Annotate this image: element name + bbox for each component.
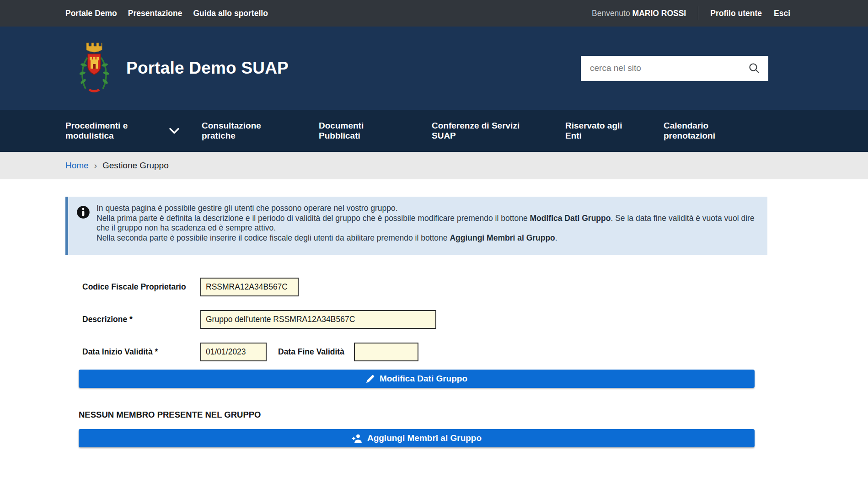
topbar-link-guida-sportello[interactable]: Guida allo sportello bbox=[193, 9, 268, 18]
welcome-prefix: Benvenuto bbox=[592, 9, 630, 18]
top-utility-bar: Portale Demo Presentazione Guida allo sp… bbox=[0, 0, 868, 27]
nav-item-label: Documenti Pubblicati bbox=[319, 121, 371, 141]
person-plus-icon bbox=[352, 434, 362, 443]
add-members-button-mention: Aggiungi Membri al Gruppo bbox=[450, 233, 555, 242]
page-content: In questa pagina è possibile gestire gli… bbox=[65, 179, 767, 447]
username: MARIO ROSSI bbox=[632, 9, 686, 18]
coat-of-arms-icon bbox=[80, 41, 109, 95]
utility-nav: Portale Demo Presentazione Guida allo sp… bbox=[65, 9, 268, 18]
main-navigation: Procedimenti e modulistica Consultazione… bbox=[0, 110, 868, 152]
chevron-down-icon bbox=[169, 128, 180, 134]
search-icon bbox=[748, 62, 760, 74]
welcome-text: Benvenuto MARIO ROSSI bbox=[592, 9, 686, 18]
group-data-form: Codice Fiscale Proprietario Descrizione … bbox=[65, 278, 767, 388]
info-line-1: In questa pagina è possibile gestire gli… bbox=[96, 204, 756, 214]
modify-button-mention: Modifica Dati Gruppo bbox=[530, 214, 611, 223]
nav-item-calendario-prenotazioni[interactable]: Calendario prenotazioni bbox=[664, 121, 755, 141]
nav-item-consultazione-pratiche[interactable]: Consultazione pratiche bbox=[202, 121, 319, 141]
profile-link[interactable]: Profilo utente bbox=[710, 9, 762, 18]
logout-link[interactable]: Esci bbox=[774, 9, 790, 18]
topbar-link-portale-demo[interactable]: Portale Demo bbox=[65, 9, 117, 18]
nav-item-label: Calendario prenotazioni bbox=[664, 121, 725, 141]
info-text: In questa pagina è possibile gestire gli… bbox=[96, 204, 756, 243]
site-header: Portale Demo SUAP bbox=[0, 27, 868, 110]
description-row: Descrizione * bbox=[82, 310, 767, 329]
nav-item-label: Riservato agli Enti bbox=[565, 121, 632, 141]
site-search bbox=[581, 56, 768, 81]
info-line-3: Nella seconda parte è possibile inserire… bbox=[96, 233, 756, 243]
topbar-divider bbox=[698, 6, 698, 20]
info-callout: In questa pagina è possibile gestire gli… bbox=[65, 197, 767, 255]
owner-fiscal-code-row: Codice Fiscale Proprietario bbox=[82, 278, 767, 296]
end-date-label: Data Fine Validità bbox=[278, 347, 344, 357]
modify-group-data-button-label: Modifica Dati Gruppo bbox=[380, 374, 467, 384]
start-date-input[interactable] bbox=[200, 343, 267, 361]
owner-fiscal-code-input[interactable] bbox=[200, 278, 299, 296]
nav-item-label: Procedimenti e modulistica bbox=[65, 121, 139, 141]
info-icon bbox=[76, 205, 90, 219]
topbar-link-presentazione[interactable]: Presentazione bbox=[128, 9, 182, 18]
nav-item-label: Conferenze di Servizi SUAP bbox=[432, 121, 530, 141]
add-members-button-label: Aggiungi Membri al Gruppo bbox=[367, 433, 482, 443]
nav-item-procedimenti-modulistica[interactable]: Procedimenti e modulistica bbox=[65, 121, 202, 141]
search-input[interactable] bbox=[589, 63, 746, 74]
description-input[interactable] bbox=[200, 310, 436, 329]
validity-dates-row: Data Inizio Validità * Data Fine Validit… bbox=[82, 343, 767, 361]
search-button[interactable] bbox=[746, 60, 762, 76]
info-line-2: Nella prima parte è definita la descrizi… bbox=[96, 214, 756, 233]
description-label: Descrizione * bbox=[82, 315, 200, 324]
breadcrumb-separator: › bbox=[94, 161, 97, 171]
municipality-coat-of-arms-logo[interactable] bbox=[80, 41, 109, 95]
nav-item-riservato-enti[interactable]: Riservato agli Enti bbox=[565, 121, 664, 141]
start-date-label: Data Inizio Validità * bbox=[82, 347, 200, 357]
add-members-button[interactable]: Aggiungi Membri al Gruppo bbox=[79, 429, 755, 447]
nav-item-conferenze-servizi-suap[interactable]: Conferenze di Servizi SUAP bbox=[432, 121, 565, 141]
site-brand: Portale Demo SUAP bbox=[80, 41, 289, 95]
breadcrumb: Home › Gestione Gruppo bbox=[0, 152, 868, 179]
site-title: Portale Demo SUAP bbox=[126, 59, 289, 78]
nav-item-documenti-pubblicati[interactable]: Documenti Pubblicati bbox=[319, 121, 432, 141]
modify-group-data-button[interactable]: Modifica Dati Gruppo bbox=[79, 370, 755, 388]
owner-fiscal-code-label: Codice Fiscale Proprietario bbox=[82, 282, 200, 292]
breadcrumb-current-page: Gestione Gruppo bbox=[102, 161, 169, 171]
topbar-user-area: Benvenuto MARIO ROSSI Profilo utente Esc… bbox=[592, 6, 790, 20]
pencil-icon bbox=[366, 375, 375, 383]
no-members-message: NESSUN MEMBRO PRESENTE NEL GRUPPO bbox=[79, 410, 767, 420]
end-date-input[interactable] bbox=[354, 343, 418, 361]
nav-item-label: Consultazione pratiche bbox=[202, 121, 270, 141]
breadcrumb-home-link[interactable]: Home bbox=[65, 161, 89, 171]
